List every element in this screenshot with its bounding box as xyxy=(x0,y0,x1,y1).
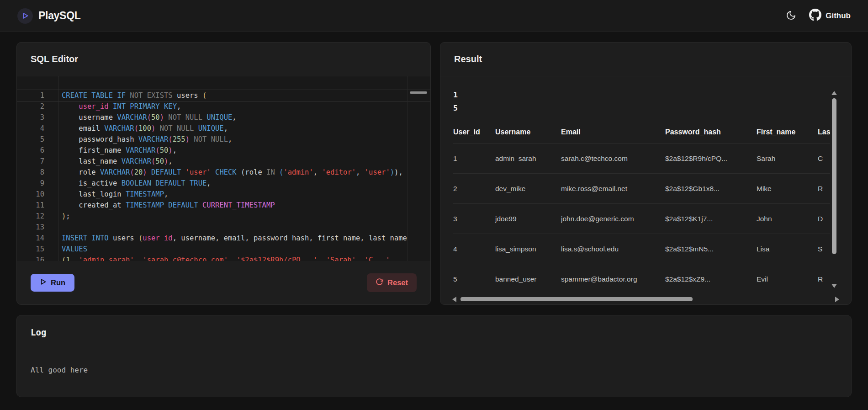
table-row: 2dev_mikemike.ross@email.net$2a$12$Gb1x8… xyxy=(453,173,830,203)
theme-toggle-button[interactable] xyxy=(786,10,796,22)
log-header: Log xyxy=(17,315,851,349)
table-row: 4lisa_simpsonlisa.s@school.edu$2a$12$mN5… xyxy=(453,234,830,264)
table-cell: $2a$12$K1j7... xyxy=(665,215,757,223)
line-number: 14 xyxy=(17,233,56,244)
line-number: 11 xyxy=(17,200,56,211)
code-line: 3 username VARCHAR(50) NOT NULL UNIQUE, xyxy=(17,112,430,123)
code-line: 11 created_at TIMESTAMP DEFAULT CURRENT_… xyxy=(17,200,430,211)
horizontal-scrollbar-thumb[interactable] xyxy=(460,297,693,301)
table-cell: lisa_simpson xyxy=(495,245,561,253)
line-number: 16 xyxy=(17,255,56,261)
main-content: SQL Editor 1CREATE TABLE IF NOT EXISTS u… xyxy=(16,42,852,305)
run-button[interactable]: Run xyxy=(31,274,74,292)
code-line: 8 role VARCHAR(20) DEFAULT 'user' CHECK … xyxy=(17,167,430,178)
table-rows: 1admin_sarahsarah.c@techco.com$2a$12$R9h… xyxy=(453,143,830,294)
result-meta-line: 1 xyxy=(453,88,837,101)
table-cell: 5 xyxy=(453,275,495,283)
sql-editor-title: SQL Editor xyxy=(31,54,78,64)
code-text: password_hash VARCHAR(255) NOT NULL, xyxy=(56,134,232,145)
reset-button[interactable]: Reset xyxy=(367,273,417,292)
scroll-up-arrow-icon[interactable] xyxy=(831,91,837,95)
scroll-right-arrow-icon[interactable] xyxy=(835,297,839,302)
navbar: PlaySQL Github xyxy=(0,0,868,32)
table-cell: R xyxy=(818,185,830,193)
result-vertical-scrollbar[interactable] xyxy=(831,91,837,288)
table-cell: Lisa xyxy=(757,245,818,253)
reset-button-label: Reset xyxy=(387,278,408,287)
table-cell: Sarah xyxy=(757,154,818,163)
sql-code-editor[interactable]: 1CREATE TABLE IF NOT EXISTS users (2 use… xyxy=(17,76,430,261)
scroll-down-arrow-icon[interactable] xyxy=(831,284,837,288)
code-line: 7 last_name VARCHAR(50), xyxy=(17,156,430,167)
line-number: 12 xyxy=(17,211,56,222)
table-cell: C xyxy=(818,154,830,163)
reset-icon xyxy=(376,278,383,288)
table-cell: dev_mike xyxy=(495,185,561,193)
line-number: 1 xyxy=(17,90,56,101)
line-number: 6 xyxy=(17,145,56,156)
navbar-actions: Github xyxy=(786,9,851,23)
result-body: 1 5 User_idUsernameEmailPassword_hashFir… xyxy=(440,76,851,294)
code-line: 6 first_name VARCHAR(50), xyxy=(17,145,430,156)
table-cell: D xyxy=(818,215,830,223)
play-run-icon xyxy=(40,278,47,287)
table-row: 5banned_userspammer@badactor.org$2a$12$x… xyxy=(453,264,830,294)
editor-scrollbar-thumb[interactable] xyxy=(410,91,427,94)
github-link[interactable]: Github xyxy=(809,9,851,23)
code-line: 1CREATE TABLE IF NOT EXISTS users ( xyxy=(17,90,430,101)
code-text: ); xyxy=(56,211,70,222)
code-text: username VARCHAR(50) NOT NULL UNIQUE, xyxy=(56,112,237,123)
code-line: 16(1, 'admin_sarah', 'sarah.c@techco.com… xyxy=(17,255,430,261)
table-row: 1admin_sarahsarah.c@techco.com$2a$12$R9h… xyxy=(453,143,830,173)
table-cell: R xyxy=(818,275,830,283)
code-line: 10 last_login TIMESTAMP, xyxy=(17,189,430,200)
github-icon xyxy=(809,9,821,23)
table-row: 3jdoe99john.doe@generic.com$2a$12$K1j7..… xyxy=(453,203,830,234)
editor-ruler xyxy=(407,76,408,261)
moon-icon xyxy=(786,10,796,22)
code-text: created_at TIMESTAMP DEFAULT CURRENT_TIM… xyxy=(56,200,275,211)
table-header-cell: User_id xyxy=(453,128,495,136)
line-number: 2 xyxy=(17,101,56,112)
table-header-cell: Username xyxy=(495,128,561,136)
table-cell: admin_sarah xyxy=(495,154,561,163)
code-text: first_name VARCHAR(50), xyxy=(56,145,177,156)
app-title: PlaySQL xyxy=(38,10,81,22)
line-number: 8 xyxy=(17,167,56,178)
result-panel: Result 1 5 User_idUsernameEmailPassword_… xyxy=(440,42,852,305)
code-line: 2 user_id INT PRIMARY KEY, xyxy=(17,101,430,112)
code-text xyxy=(56,222,62,233)
table-cell: 3 xyxy=(453,215,495,223)
code-text: role VARCHAR(20) DEFAULT 'user' CHECK (r… xyxy=(56,167,403,178)
scroll-left-arrow-icon[interactable] xyxy=(452,297,456,302)
play-icon xyxy=(17,8,33,24)
line-number: 15 xyxy=(17,244,56,255)
log-title: Log xyxy=(31,327,46,337)
code-line: 13 xyxy=(17,222,430,233)
table-cell: $2a$12$R9h/cPQ... xyxy=(665,154,757,163)
code-text: email VARCHAR(100) NOT NULL UNIQUE, xyxy=(56,123,228,134)
line-number: 4 xyxy=(17,123,56,134)
result-title: Result xyxy=(454,54,482,64)
line-number: 7 xyxy=(17,156,56,167)
result-horizontal-scrollbar[interactable] xyxy=(452,296,839,302)
line-number: 3 xyxy=(17,112,56,123)
code-text: INSERT INTO users (user_id, username, em… xyxy=(56,233,407,244)
brand: PlaySQL xyxy=(17,8,81,24)
table-cell: Evil xyxy=(757,275,818,283)
code-text: is_active BOOLEAN DEFAULT TRUE, xyxy=(56,178,211,189)
vertical-scrollbar-thumb[interactable] xyxy=(832,98,836,254)
table-header-cell: First_name xyxy=(757,128,818,136)
table-cell: $2a$12$xZ9... xyxy=(665,275,757,283)
code-line: 15VALUES xyxy=(17,244,430,255)
code-line: 4 email VARCHAR(100) NOT NULL UNIQUE, xyxy=(17,123,430,134)
code-text: last_name VARCHAR(50), xyxy=(56,156,173,167)
log-body: All good here xyxy=(17,349,851,391)
table-cell: $2a$12$Gb1x8... xyxy=(665,185,757,193)
github-label: Github xyxy=(826,11,851,21)
code-line: 12); xyxy=(17,211,430,222)
line-number: 5 xyxy=(17,134,56,145)
line-number: 10 xyxy=(17,189,56,200)
table-cell: mike.ross@email.net xyxy=(561,185,665,193)
code-text: VALUES xyxy=(56,244,87,255)
